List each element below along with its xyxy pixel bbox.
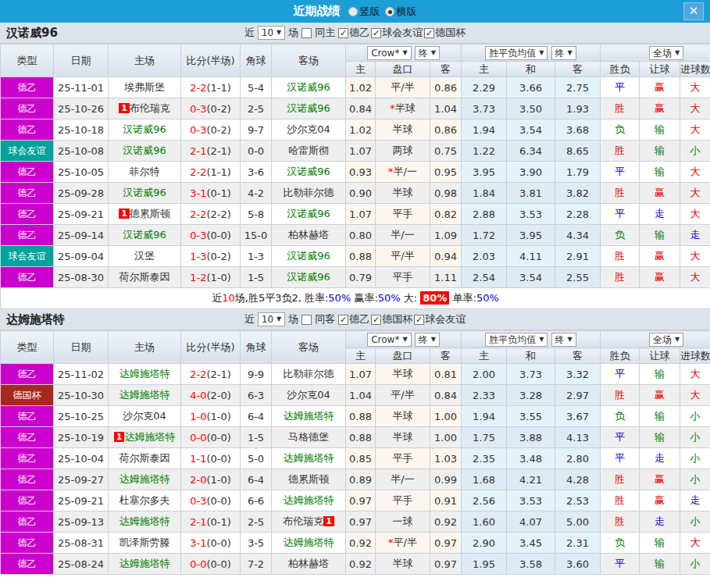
avg-odds-label: 胜平负均值 — [489, 48, 536, 59]
summary-part: 近 — [212, 292, 222, 304]
half-time-score: (0-2) — [206, 124, 230, 136]
filter-checkbox[interactable]: ✓ — [371, 315, 381, 325]
away-team-cell: 达姆施塔特 — [272, 406, 346, 427]
avg-home-cell: 1.94 — [462, 119, 507, 141]
score-cell: 4-0(2-0) — [181, 385, 241, 406]
col-header-handicap: 盘口 — [376, 62, 430, 77]
final-avg-select[interactable]: 终 ▼ — [551, 333, 576, 347]
full-match-select[interactable]: 全场 ▼ — [649, 333, 683, 347]
col-header-away: 客场 — [272, 45, 346, 77]
final-avg-select[interactable]: 终 ▼ — [551, 46, 576, 60]
avg-home-cell: 2.03 — [462, 246, 507, 267]
handicap-label: 半球 — [393, 368, 413, 380]
close-button[interactable]: ✕ — [683, 2, 704, 20]
away-team-cell: 马格德堡 — [272, 427, 346, 448]
full-time-score: 2-2 — [190, 208, 206, 220]
filter-checkbox[interactable]: ✓ — [414, 315, 424, 325]
team-label: 达姆施塔特 — [120, 389, 170, 401]
avg-draw-cell: 3.55 — [507, 406, 555, 427]
filter-label: 球会友谊 — [425, 312, 466, 326]
league-cell: 德乙 — [1, 267, 54, 288]
chevron-down-icon: ▼ — [568, 48, 573, 59]
result-cell: 平 — [601, 204, 640, 225]
away-team-cell: 比勒菲尔德 — [272, 183, 346, 204]
chevron-down-icon: ▼ — [431, 334, 436, 345]
score-cell: 3-1(0-0) — [181, 533, 241, 554]
chevron-down-icon: ▼ — [568, 334, 573, 345]
goals-cell: 小 — [680, 141, 710, 162]
goals-cell: 大 — [680, 119, 710, 141]
handicap-label: 平/半 — [391, 250, 414, 262]
full-match-select[interactable]: 全场 ▼ — [649, 46, 683, 60]
away-team-cell: 哈雷斯彻 — [272, 141, 346, 162]
handicap-label: 平手 — [393, 271, 413, 283]
crow-odds-select[interactable]: Crow* ▼ — [367, 46, 411, 60]
team-label: 汉诺威96 — [287, 208, 330, 219]
avg-odds-select[interactable]: 胜平负均值 ▼ — [485, 46, 548, 60]
final-odds-select[interactable]: 终 ▼ — [415, 333, 440, 347]
crow-odds-select[interactable]: Crow* ▼ — [367, 333, 411, 347]
league-cell: 德乙 — [1, 533, 54, 554]
chevron-down-icon: ▼ — [402, 48, 407, 59]
half-time-score: (0-0) — [206, 495, 230, 507]
avg-away-cell: 8.65 — [555, 141, 601, 162]
handicap-label: 半球 — [393, 187, 413, 198]
odds-home-cell: 0.88 — [346, 406, 376, 427]
filter-checkbox[interactable]: ✓ — [338, 315, 348, 325]
matches-count-select[interactable]: 10 ▼ — [258, 312, 285, 326]
team-label: 汉诺威96 — [287, 81, 330, 93]
half-time-score: (2-1) — [206, 145, 230, 157]
filter-label: 球会友谊 — [382, 26, 423, 40]
handicap-result-cell: 输 — [640, 141, 680, 162]
radio-vertical-layout[interactable]: 竖版 — [348, 5, 380, 19]
filter-checkbox[interactable]: ✓ — [371, 28, 381, 38]
goals-cell: 小 — [680, 511, 710, 533]
handicap-cell: 半球 — [376, 119, 430, 141]
avg-away-cell: 2.91 — [555, 246, 601, 267]
same-venue-checkbox[interactable] — [301, 28, 312, 38]
full-match-group: 全场 ▼ — [601, 331, 710, 348]
chevron-down-icon: ▼ — [402, 334, 407, 345]
goals-cell: 大 — [680, 364, 710, 385]
odds-away-cell: 0.94 — [430, 246, 462, 267]
odds-home-cell: 0.84 — [346, 98, 376, 119]
filter-checkbox[interactable]: ✓ — [338, 28, 348, 38]
date-cell: 25-11-02 — [54, 364, 109, 385]
date-cell: 25-10-30 — [54, 385, 109, 406]
full-match-label: 全场 — [653, 48, 672, 59]
handicap-cell: 半/一 — [376, 225, 430, 246]
away-team-cell: 比勒菲尔德 — [272, 364, 346, 385]
final-odds-label: 终 — [419, 334, 428, 345]
handicap-label: 平/半 — [394, 536, 417, 548]
final-odds-select[interactable]: 终 ▼ — [415, 46, 440, 60]
corner-cell: 2-5 — [241, 98, 272, 119]
table-row: 德乙25-10-191达姆施塔特0-0(0-0)1-5马格德堡0.88半球1.0… — [1, 427, 710, 448]
team-label: 德累斯顿 — [130, 208, 170, 219]
home-team-cell: 1布伦瑞克 — [109, 98, 181, 119]
odds-away-cell: 0.81 — [430, 364, 462, 385]
team-label: 汉诺威96 — [123, 229, 166, 241]
filter-checkbox[interactable]: ✓ — [424, 28, 434, 38]
matches-count-select[interactable]: 10 ▼ — [258, 26, 285, 40]
full-time-score: 1-0 — [190, 411, 206, 422]
corner-cell: 9-9 — [241, 364, 272, 385]
odds-away-cell: 0.75 — [430, 141, 462, 162]
goals-cell: 小 — [680, 554, 710, 575]
same-venue-checkbox[interactable] — [301, 315, 312, 325]
col-header-handicap: 盘口 — [376, 348, 430, 364]
radio-horizontal-layout[interactable]: 横版 — [385, 5, 417, 19]
team-label: 汉诺威96 — [123, 144, 166, 156]
red-card-badge: 1 — [114, 432, 125, 442]
handicap-label: 一球 — [393, 515, 413, 527]
corner-cell: 1-5 — [241, 427, 272, 448]
avg-odds-select[interactable]: 胜平负均值 ▼ — [485, 333, 548, 347]
summary-part: 50% — [328, 292, 351, 304]
team-label: 埃弗斯堡 — [124, 81, 165, 93]
handicap-label: 半球 — [393, 123, 413, 135]
team-label: 汉诺威96 — [287, 271, 330, 283]
team-label: 达姆施塔特 — [120, 558, 170, 569]
col-header-score: 比分(半场) — [181, 331, 241, 364]
home-team-cell: 杜塞尔多夫 — [109, 490, 181, 511]
corner-cell: 5-4 — [241, 77, 272, 98]
avg-away-cell: 5.00 — [555, 511, 601, 533]
